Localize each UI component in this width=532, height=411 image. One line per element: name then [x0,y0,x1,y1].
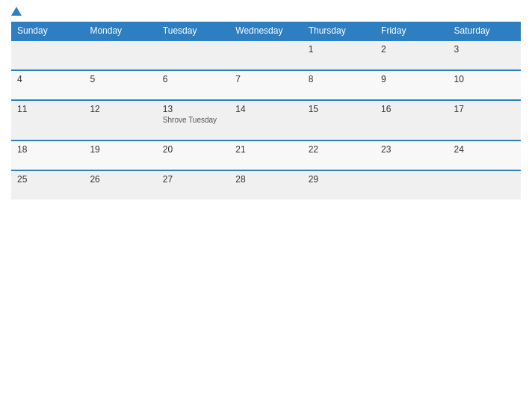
day-number: 21 [235,144,296,155]
calendar-day-cell: 10 [448,70,521,100]
calendar-week-row: 123 [11,40,521,70]
logo-blue-text [11,7,23,16]
day-number: 22 [309,144,369,155]
calendar-day-cell: 7 [229,70,302,100]
day-number: 25 [17,174,78,185]
calendar-week-row: 111213Shrove Tuesday14151617 [11,100,521,140]
calendar-day-cell: 8 [303,70,375,100]
day-number: 2 [381,44,442,55]
header-sunday: Sunday [11,22,84,40]
day-number: 5 [90,74,150,84]
day-number: 17 [454,104,515,114]
calendar-day-cell [448,170,521,200]
calendar-day-cell: 13Shrove Tuesday [157,100,229,140]
calendar-day-cell [229,40,302,70]
calendar-day-cell: 28 [229,170,302,200]
day-number: 4 [17,74,78,84]
day-event: Shrove Tuesday [163,116,217,124]
day-number: 19 [90,144,150,155]
day-number: 20 [163,144,223,155]
day-number: 10 [454,74,515,84]
day-number: 28 [235,174,296,185]
calendar-day-cell: 26 [84,170,156,200]
header [11,7,521,16]
calendar-day-cell [157,40,229,70]
calendar-day-cell: 23 [375,140,448,170]
calendar-day-cell: 29 [303,170,375,200]
header-saturday: Saturday [448,22,521,40]
calendar-day-cell: 18 [11,140,84,170]
day-number: 24 [454,144,515,155]
calendar-day-cell: 4 [11,70,84,100]
calendar-day-cell: 12 [84,100,156,140]
day-number: 3 [454,44,515,55]
day-number: 23 [381,144,442,155]
day-number: 29 [309,174,369,185]
calendar-day-cell: 25 [11,170,84,200]
calendar-day-cell: 19 [84,140,156,170]
calendar-header: Sunday Monday Tuesday Wednesday Thursday… [11,22,521,40]
calendar-day-cell: 17 [448,100,521,140]
day-number: 6 [163,74,223,84]
header-monday: Monday [84,22,156,40]
calendar-day-cell: 5 [84,70,156,100]
calendar-day-cell: 9 [375,70,448,100]
logo [11,7,23,16]
day-number: 14 [235,104,296,114]
calendar-day-cell: 3 [448,40,521,70]
calendar-day-cell [375,170,448,200]
calendar-day-cell [11,40,84,70]
calendar-day-cell: 21 [229,140,302,170]
calendar-day-cell: 27 [157,170,229,200]
calendar-day-cell [84,40,156,70]
day-number: 11 [17,104,78,114]
day-number: 26 [90,174,150,185]
day-number: 27 [163,174,223,185]
day-number: 16 [381,104,442,114]
day-number: 9 [381,74,442,84]
calendar-day-cell: 1 [303,40,375,70]
day-number: 13 [163,104,223,114]
day-number: 15 [309,104,369,114]
header-wednesday: Wednesday [229,22,302,40]
calendar-day-cell: 15 [303,100,375,140]
days-header-row: Sunday Monday Tuesday Wednesday Thursday… [11,22,521,40]
calendar-day-cell: 22 [303,140,375,170]
calendar-week-row: 45678910 [11,70,521,100]
day-number: 8 [309,74,369,84]
header-tuesday: Tuesday [157,22,229,40]
logo-triangle-icon [11,7,22,16]
day-number: 12 [90,104,150,114]
day-number: 1 [309,44,369,55]
calendar-day-cell: 6 [157,70,229,100]
calendar-day-cell: 16 [375,100,448,140]
day-number: 18 [17,144,78,155]
calendar-week-row: 18192021222324 [11,140,521,170]
calendar-page: Sunday Monday Tuesday Wednesday Thursday… [0,0,532,411]
calendar-day-cell: 14 [229,100,302,140]
calendar-table: Sunday Monday Tuesday Wednesday Thursday… [11,22,521,200]
calendar-day-cell: 20 [157,140,229,170]
calendar-day-cell: 24 [448,140,521,170]
calendar-body: 12345678910111213Shrove Tuesday141516171… [11,40,521,200]
calendar-day-cell: 2 [375,40,448,70]
day-number: 7 [235,74,296,84]
calendar-week-row: 2526272829 [11,170,521,200]
header-thursday: Thursday [303,22,375,40]
header-friday: Friday [375,22,448,40]
calendar-day-cell: 11 [11,100,84,140]
